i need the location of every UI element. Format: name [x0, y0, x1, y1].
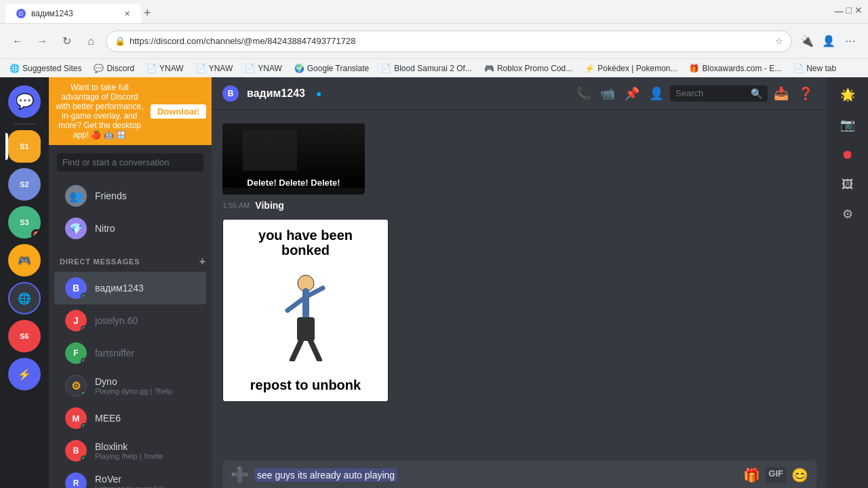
chat-search-text: Search [675, 88, 747, 98]
bookmark-ynaw3[interactable]: 📄YNAW [241, 62, 286, 75]
search-icon: 🔍 [751, 88, 762, 99]
search-input[interactable]: Find or start a conversation [57, 153, 203, 171]
delete-meme-text: Delete! Delete! Delete! [247, 178, 340, 188]
server-6-icon[interactable]: S6 [8, 320, 41, 352]
discord-banner: Want to take full advantage of Discord w… [49, 77, 212, 145]
tab-close-button[interactable]: ✕ [124, 9, 130, 18]
nav-actions: 🔌 👤 ⋯ [797, 32, 860, 51]
server-sidebar: 💬 S1 S2 S3 2 🎮 🌐 [0, 77, 49, 488]
call-button[interactable]: 📞 [572, 83, 594, 104]
server-5-icon[interactable]: 🌐 [8, 282, 41, 314]
chat-input-field[interactable]: see guys its already auto playing [254, 470, 738, 481]
bookmark-suggested[interactable]: 🌐Suggested Sites [5, 62, 85, 75]
bookmark-blood[interactable]: 📄Blood Samurai 2 Of... [377, 62, 476, 75]
gif-button[interactable]: GIF [766, 467, 786, 483]
friends-icon: 👥 [65, 185, 87, 207]
record-right-button[interactable]: ⏺ [835, 142, 860, 167]
close-button[interactable]: ✕ [854, 5, 863, 19]
banner-close-button[interactable]: ✕ [195, 105, 203, 118]
reload-button[interactable]: ↻ [57, 32, 76, 51]
settings-right-button[interactable]: ⚙ [835, 202, 860, 226]
dm-item-rover[interactable]: R RoVer Listening to rover.link [54, 467, 206, 488]
status-dot-dyno [81, 390, 87, 396]
emoji-button[interactable]: 😊 [791, 467, 808, 483]
server-3-icon[interactable]: S3 2 [8, 206, 41, 239]
discord-home-button[interactable]: 💬 [8, 85, 41, 118]
address-bar[interactable]: 🔒 https://discord.com/channels/@me/84243… [106, 30, 792, 52]
friends-item[interactable]: 👥 Friends [54, 180, 206, 212]
bonk-top-text: you have been bonked [231, 228, 380, 258]
dm-sidebar: Want to take full advantage of Discord w… [49, 77, 212, 488]
message-header: 1:55 AM Vibing [222, 200, 816, 214]
home-button[interactable]: ⌂ [81, 32, 100, 51]
maximize-button[interactable]: □ [846, 5, 852, 19]
dm-section-label: DIRECT MESSAGES [60, 258, 140, 266]
help-button[interactable]: ❓ [795, 83, 816, 104]
browser-tabs: D вадим1243 ✕ + [5, 0, 154, 23]
server-divider [14, 123, 35, 125]
new-tab-button[interactable]: + [141, 3, 154, 23]
pin-button[interactable]: 📌 [621, 83, 643, 104]
bookmarks-bar: 🌐Suggested Sites 💬Discord 📄YNAW 📄YNAW 📄Y… [0, 58, 868, 77]
bookmark-discord[interactable]: 💬Discord [90, 62, 138, 75]
chat-header-avatar: В [222, 85, 239, 102]
dm-item-mee6[interactable]: M MEE6 [54, 402, 206, 434]
status-dot-fartsniffer [81, 358, 87, 364]
dm-status-dyno: Playing dyno.gg | ?help [95, 387, 172, 395]
dm-search[interactable]: Find or start a conversation [49, 145, 212, 180]
back-button[interactable]: ← [8, 32, 27, 51]
more-button[interactable]: ⋯ [841, 32, 860, 51]
dm-item-vadim[interactable]: В вадим1243 [54, 272, 206, 304]
chat-header-name: вадим1243 [247, 87, 305, 100]
nitro-right-button[interactable]: 🌟 [835, 83, 860, 107]
dm-item-dyno[interactable]: ⚙ Dyno Playing dyno.gg | ?help [54, 369, 206, 402]
server-7-icon[interactable]: ⚡ [8, 358, 41, 390]
add-content-button[interactable]: ➕ [231, 466, 249, 484]
dm-item-fartsniffer[interactable]: F fartsniffer [54, 337, 206, 369]
minimize-button[interactable]: ─ [835, 5, 844, 19]
chat-messages: Delete! Delete! Delete! 1:55 AM Vibing y… [212, 110, 827, 449]
window-controls: ─ □ ✕ [835, 5, 863, 19]
bookmark-ynaw2[interactable]: 📄YNAW [192, 62, 237, 75]
forward-button[interactable]: → [33, 32, 52, 51]
browser-titlebar: D вадим1243 ✕ + ─ □ ✕ [0, 0, 868, 23]
chat-input-box[interactable]: ➕ see guys its already auto playing 🎁 GI… [222, 460, 816, 488]
add-dm-button[interactable]: + [199, 256, 206, 268]
svg-line-5 [292, 341, 301, 360]
profile-button[interactable]: 👤 [819, 32, 838, 51]
inbox-button[interactable]: 📥 [770, 83, 792, 104]
bonk-meme-container: you have been bonked [222, 219, 389, 402]
server-2-icon[interactable]: S2 [8, 168, 41, 201]
bookmark-newtab[interactable]: 📄New tab [789, 62, 840, 75]
video-button[interactable]: 📹 [597, 83, 618, 104]
dm-avatar-bloxlink: B [65, 440, 87, 462]
bookmark-roblox[interactable]: 🎮Roblox Promo Cod... [480, 62, 576, 75]
dm-item-joselyn[interactable]: J joselyn.60 [54, 304, 206, 337]
gift-button[interactable]: 🎁 [743, 467, 760, 483]
server-4-icon[interactable]: 🎮 [8, 244, 41, 277]
chat-area: В вадим1243 ● 📞 📹 📌 👤 Search 🔍 📥 ❓ [212, 77, 827, 488]
nitro-item[interactable]: 💎 Nitro [54, 212, 206, 245]
dm-avatar-fartsniffer: F [65, 342, 87, 364]
bookmark-pokédex[interactable]: ⚡Pokédex | Pokemon... [580, 62, 681, 75]
extensions-button[interactable]: 🔌 [797, 32, 816, 51]
status-dot-bloxlink [81, 455, 87, 462]
browser-tab-active[interactable]: D вадим1243 ✕ [5, 4, 141, 23]
lock-icon: 🔒 [115, 36, 125, 46]
camera-right-button[interactable]: 📷 [835, 113, 860, 137]
bookmark-translate[interactable]: 🌍Google Translate [290, 62, 373, 75]
dm-status-rover: Listening to rover.link [95, 485, 165, 488]
dm-item-bloxlink[interactable]: B Bloxlink Playing !help | !invite [54, 434, 206, 467]
browser-nav: ← → ↻ ⌂ 🔒 https://discord.com/channels/@… [0, 23, 868, 58]
bookmark-blox[interactable]: 🎁Bloxawards.com - E... [685, 62, 785, 75]
dm-info-rover: RoVer Listening to rover.link [95, 474, 165, 488]
bookmark-ynaw1[interactable]: 📄YNAW [142, 62, 188, 75]
server-1-icon[interactable]: S1 [8, 130, 41, 163]
bookmark-star-icon[interactable]: ☆ [775, 36, 783, 46]
input-actions: 🎁 GIF 😊 [743, 467, 808, 483]
chat-search[interactable]: Search 🔍 [670, 85, 768, 102]
screenshot-right-button[interactable]: 🖼 [835, 172, 860, 197]
discord-app: 💬 S1 S2 S3 2 🎮 🌐 [0, 77, 868, 488]
add-friend-button[interactable]: 👤 [646, 83, 667, 104]
dm-name-dyno: Dyno [95, 376, 172, 387]
